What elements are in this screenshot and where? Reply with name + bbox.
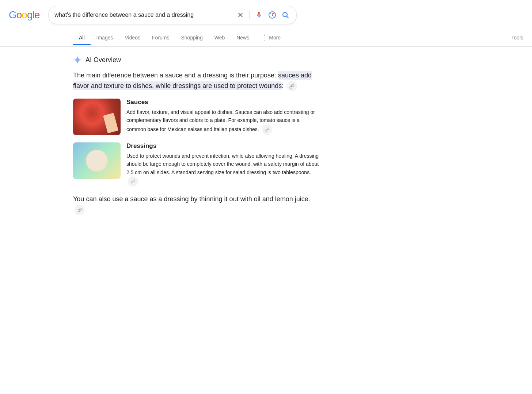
nav-tabs: All Images Videos Forums Shopping Web Ne… — [0, 27, 532, 47]
search-bar: what's the difference between a sauce an… — [48, 6, 297, 24]
more-dots-icon: ⋮ — [261, 34, 267, 42]
dressings-link-icon[interactable] — [128, 176, 138, 187]
sauces-link-icon[interactable] — [262, 125, 272, 135]
ai-overview: AI Overview The main difference between … — [73, 56, 320, 215]
bottom-link-icon[interactable] — [75, 205, 85, 215]
summary-link-icon[interactable] — [287, 81, 297, 91]
svg-marker-5 — [73, 56, 82, 64]
sauces-title: Sauces — [126, 99, 320, 106]
dressings-title: Dressings — [126, 142, 320, 150]
dressings-content: Dressings Used to protect wounds and pre… — [126, 142, 320, 187]
tab-forums[interactable]: Forums — [146, 31, 175, 45]
summary-part2: : — [282, 82, 284, 89]
bottom-summary: You can also use a sauce as a dressing b… — [73, 194, 320, 215]
tab-more[interactable]: ⋮ More — [255, 30, 286, 46]
ai-summary: The main difference between a sauce and … — [73, 70, 320, 91]
svg-point-4 — [283, 12, 287, 17]
svg-point-3 — [273, 13, 274, 14]
dressing-img-graphic — [73, 142, 121, 179]
main-content: AI Overview The main difference between … — [0, 47, 329, 233]
ai-overview-title: AI Overview — [86, 56, 121, 64]
google-lens-icon[interactable] — [267, 10, 277, 20]
sauces-card: Sauces Add flavor, texture, and visual a… — [73, 99, 320, 135]
clear-icon[interactable] — [236, 11, 245, 19]
sauces-body: Add flavor, texture, and visual appeal t… — [126, 108, 320, 135]
tab-web[interactable]: Web — [209, 31, 231, 45]
search-input[interactable]: what's the difference between a sauce an… — [54, 12, 232, 18]
svg-point-0 — [259, 17, 259, 18]
svg-point-2 — [270, 13, 271, 14]
search-icon[interactable] — [280, 10, 290, 20]
tab-all[interactable]: All — [73, 31, 91, 45]
divider — [249, 11, 250, 19]
sauces-image — [73, 99, 121, 135]
sauce-img-graphic — [73, 99, 121, 135]
dressings-card: Dressings Used to protect wounds and pre… — [73, 142, 320, 187]
search-bar-wrapper: what's the difference between a sauce an… — [48, 6, 297, 24]
dressings-image — [73, 142, 121, 179]
header: Google what's the difference between a s… — [0, 0, 532, 24]
dressings-body: Used to protect wounds and prevent infec… — [126, 152, 320, 187]
summary-part1: The main difference between a sauce and … — [73, 72, 278, 79]
google-logo: Google — [9, 9, 39, 21]
tab-news[interactable]: News — [231, 31, 255, 45]
search-icons — [236, 10, 290, 20]
tab-images[interactable]: Images — [91, 31, 119, 45]
ai-overview-header: AI Overview — [73, 56, 320, 64]
tab-shopping[interactable]: Shopping — [175, 31, 209, 45]
tab-tools[interactable]: Tools — [505, 31, 532, 45]
microphone-icon[interactable] — [254, 10, 264, 20]
tab-videos[interactable]: Videos — [119, 31, 146, 45]
ai-star-icon — [73, 56, 82, 64]
sauces-content: Sauces Add flavor, texture, and visual a… — [126, 99, 320, 135]
